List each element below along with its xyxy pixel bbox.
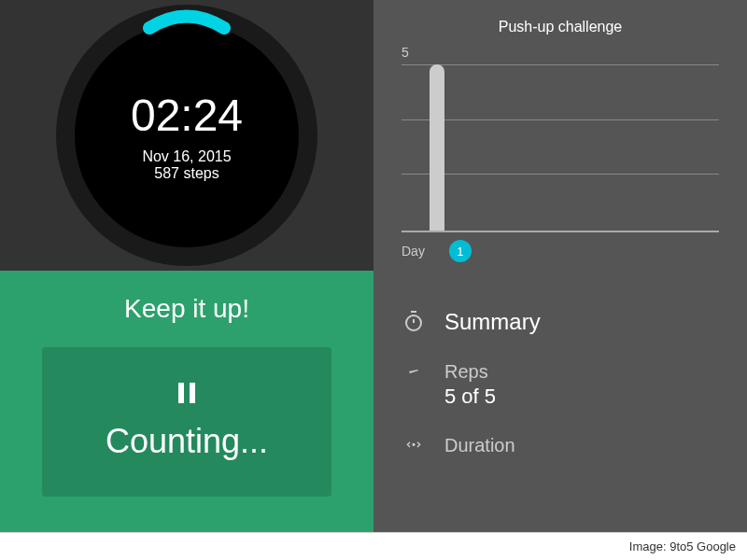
chart-y-tick: 5 [402,45,719,60]
watch-date: Nov 16, 2015 [142,148,231,165]
watch-time: 02:24 [131,90,243,141]
watch-steps: 587 steps [154,165,218,182]
svg-point-1 [413,443,415,445]
chart-x-label: Day [402,244,425,259]
watch-face[interactable]: 02:24 Nov 16, 2015 587 steps [56,5,317,266]
challenge-panel: Push-up challenge 5 Day 1 Summar [374,0,747,532]
reps-icon [402,361,426,385]
reps-label: Reps [444,361,496,383]
reps-value: 5 of 5 [444,385,496,409]
activity-panel: Keep it up! Counting... [0,271,374,532]
chart-title: Push-up challenge [402,19,719,35]
pause-icon[interactable] [178,383,195,403]
stopwatch-icon [402,309,426,333]
activity-ring-progress [131,0,243,37]
watch-face-panel: 02:24 Nov 16, 2015 587 steps [0,0,374,271]
summary-section: Summary Reps 5 of 5 [402,309,719,459]
chart-area [402,64,719,232]
duration-label: Duration [444,435,515,456]
day-badge[interactable]: 1 [449,240,472,262]
summary-heading: Summary [444,309,541,335]
activity-card[interactable]: Counting... [42,347,331,497]
duration-icon [402,435,426,459]
image-credit: Image: 9to5 Google [0,532,747,560]
activity-status: Counting... [106,422,268,461]
chart-x-axis: Day 1 [402,240,719,262]
chart-bar-day1 [430,64,444,231]
activity-encouragement: Keep it up! [124,294,249,324]
